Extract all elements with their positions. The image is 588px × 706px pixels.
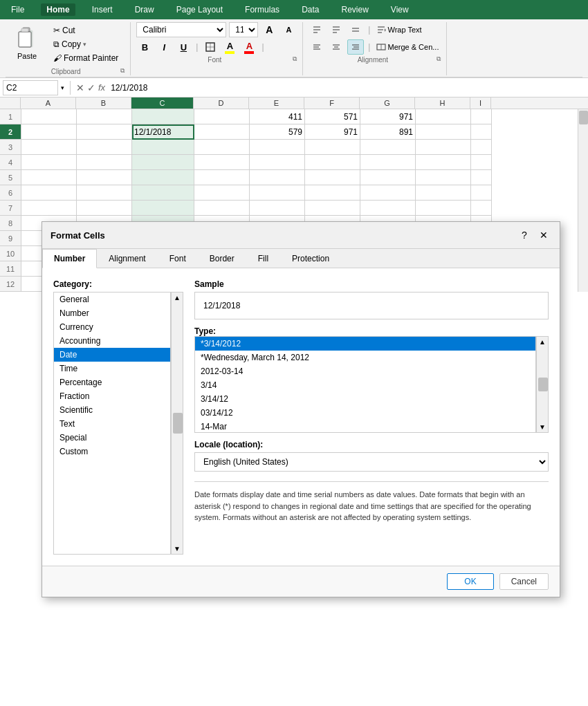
col-header-b[interactable]: B <box>76 97 131 109</box>
type-item-0[interactable]: *3/14/2012 <box>195 337 535 351</box>
col-header-c[interactable]: C <box>131 97 194 109</box>
italic-button[interactable]: I <box>156 39 172 55</box>
category-percentage[interactable]: Percentage <box>54 375 170 389</box>
copy-button[interactable]: ⧉ Copy ▾ <box>50 37 122 51</box>
cell-d6[interactable] <box>194 185 250 201</box>
cell-h3[interactable] <box>416 140 471 155</box>
tab-protection[interactable]: Protection <box>280 249 341 268</box>
tab-fill[interactable]: Fill <box>246 249 280 268</box>
cell-b1[interactable] <box>77 109 132 124</box>
menu-insert[interactable]: Insert <box>86 3 118 16</box>
category-scroll-up[interactable]: ▲ <box>172 292 183 303</box>
cell-c1[interactable] <box>132 109 194 124</box>
menu-formulas[interactable]: Formulas <box>239 3 285 16</box>
category-number[interactable]: Number <box>54 306 170 320</box>
dialog-help-button[interactable]: ? <box>517 227 532 243</box>
menu-file[interactable]: File <box>6 3 30 16</box>
cell-h4[interactable] <box>416 155 471 170</box>
align-top-button[interactable] <box>309 22 325 37</box>
cell-i7[interactable] <box>471 201 492 216</box>
ok-button[interactable]: OK <box>447 573 493 590</box>
row-num-11[interactable]: 11 <box>0 261 21 277</box>
cell-d3[interactable] <box>194 140 250 155</box>
menu-home[interactable]: Home <box>41 3 75 16</box>
align-right-button[interactable] <box>347 39 364 55</box>
formula-cancel-icon[interactable]: ✕ <box>76 82 84 93</box>
tab-border[interactable]: Border <box>198 249 246 268</box>
type-item-1[interactable]: *Wednesday, March 14, 2012 <box>195 351 535 364</box>
cell-a3[interactable] <box>21 140 77 155</box>
cell-b2[interactable] <box>77 124 132 140</box>
col-header-i[interactable]: I <box>470 97 491 109</box>
col-header-g[interactable]: G <box>360 97 415 109</box>
cancel-button[interactable]: Cancel <box>499 573 549 590</box>
row-num-5[interactable]: 5 <box>0 170 21 185</box>
cell-h5[interactable] <box>416 170 471 185</box>
menu-view[interactable]: View <box>385 3 414 16</box>
category-custom[interactable]: Custom <box>54 445 170 458</box>
font-shrink-button[interactable]: A <box>280 22 297 37</box>
category-scroll-down[interactable]: ▼ <box>172 544 183 554</box>
col-header-a[interactable]: A <box>21 97 76 109</box>
row-num-12[interactable]: 12 <box>0 277 21 292</box>
copy-dropdown-icon[interactable]: ▾ <box>83 41 86 48</box>
category-fraction[interactable]: Fraction <box>54 389 170 403</box>
cell-h6[interactable] <box>416 185 471 201</box>
category-general[interactable]: General <box>54 292 170 306</box>
type-list[interactable]: *3/14/2012 *Wednesday, March 14, 2012 20… <box>194 336 536 433</box>
row-num-3[interactable]: 3 <box>0 140 21 155</box>
clipboard-expand-icon[interactable]: ⧉ <box>120 67 125 75</box>
category-list[interactable]: General Number Currency Accounting Date … <box>53 292 171 555</box>
cell-c7[interactable] <box>132 201 194 216</box>
formula-input[interactable] <box>108 80 585 95</box>
cell-g2[interactable]: 891 <box>360 124 416 140</box>
row-num-10[interactable]: 10 <box>0 246 21 261</box>
align-left-button[interactable] <box>309 39 325 55</box>
font-color-button[interactable]: A <box>241 39 257 55</box>
align-middle-button[interactable] <box>328 22 344 37</box>
cell-e2[interactable]: 579 <box>250 124 305 140</box>
cell-c3[interactable] <box>132 140 194 155</box>
cut-button[interactable]: ✂ Cut <box>50 24 122 37</box>
row-num-9[interactable]: 9 <box>0 231 21 246</box>
cell-g3[interactable] <box>360 140 416 155</box>
cell-c5[interactable] <box>132 170 194 185</box>
menu-draw[interactable]: Draw <box>129 3 160 16</box>
category-currency[interactable]: Currency <box>54 320 170 334</box>
alignment-expand-icon[interactable]: ⧉ <box>437 55 441 63</box>
type-scroll-down[interactable]: ▼ <box>537 422 548 432</box>
font-grow-button[interactable]: A <box>261 22 277 37</box>
cell-c2[interactable]: 12/1/2018 <box>132 124 194 140</box>
cell-b3[interactable] <box>77 140 132 155</box>
tab-number[interactable]: Number <box>42 249 97 268</box>
cell-a2[interactable] <box>21 124 77 140</box>
cell-a7[interactable] <box>21 201 77 216</box>
merge-center-button[interactable]: Merge & Cen... <box>374 41 441 53</box>
cell-f1[interactable]: 571 <box>305 109 360 124</box>
cell-i2[interactable] <box>471 124 492 140</box>
cell-e4[interactable] <box>250 155 305 170</box>
cell-a1[interactable] <box>21 109 77 124</box>
cell-g4[interactable] <box>360 155 416 170</box>
cell-f3[interactable] <box>305 140 360 155</box>
align-center-button[interactable] <box>328 39 344 55</box>
cell-d2[interactable] <box>194 124 250 140</box>
fill-color-button[interactable]: A <box>221 39 238 55</box>
type-scrollbar[interactable]: ▲ ▼ <box>536 336 549 433</box>
cell-g5[interactable] <box>360 170 416 185</box>
cell-h2[interactable] <box>416 124 471 140</box>
cell-f2[interactable]: 971 <box>305 124 360 140</box>
font-expand-icon[interactable]: ⧉ <box>293 55 297 63</box>
category-special[interactable]: Special <box>54 431 170 445</box>
col-header-e[interactable]: E <box>249 97 304 109</box>
row-num-6[interactable]: 6 <box>0 185 21 201</box>
cell-g7[interactable] <box>360 201 416 216</box>
cell-d4[interactable] <box>194 155 250 170</box>
cell-e3[interactable] <box>250 140 305 155</box>
name-box[interactable] <box>3 80 58 95</box>
cell-h7[interactable] <box>416 201 471 216</box>
type-item-4[interactable]: 3/14/12 <box>195 392 535 406</box>
border-button[interactable] <box>202 39 219 55</box>
cell-b7[interactable] <box>77 201 132 216</box>
cell-f7[interactable] <box>305 201 360 216</box>
